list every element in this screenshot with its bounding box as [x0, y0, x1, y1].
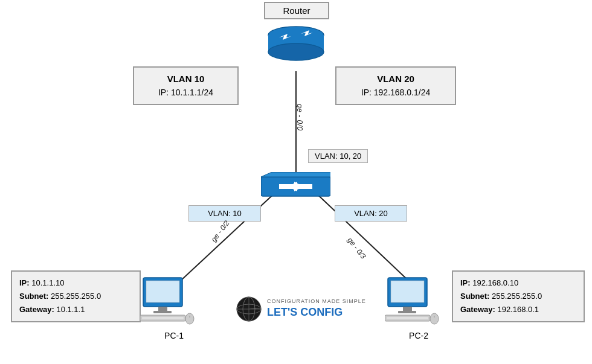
pc2-icon	[385, 276, 439, 327]
svg-rect-22	[398, 311, 416, 313]
pc2-gateway: Gateway: 192.168.0.1	[460, 303, 576, 316]
diagram-container: Router VLAN 10 IP: 10.1.1.1/24 VLAN 20 I…	[0, 0, 592, 364]
ge03-label: ge - 0/3	[346, 236, 367, 261]
logo-text: CONFIGURATION MADE SIMPLE LET'S CONFIG	[267, 298, 366, 319]
svg-point-25	[430, 313, 439, 324]
svg-rect-16	[142, 317, 184, 319]
pc2-label: PC-2	[394, 331, 443, 340]
router-icon	[266, 23, 326, 74]
ge02-label: ge - 0/2	[209, 219, 231, 244]
pc2-ip: IP: 192.168.0.10	[460, 276, 576, 290]
pc2-subnet: Subnet: 255.255.255.0	[460, 290, 576, 303]
pc1-label: PC-1	[150, 331, 198, 340]
svg-rect-14	[153, 311, 172, 313]
switch-icon	[261, 172, 330, 208]
router-label-text: Router	[283, 5, 310, 16]
svg-rect-20	[391, 281, 424, 302]
vlan20-title: VLAN 20	[345, 72, 446, 86]
pc2-info-box: IP: 192.168.0.10 Subnet: 255.255.255.0 G…	[452, 270, 585, 322]
logo-icon	[236, 296, 262, 322]
vlan20-port-label: VLAN: 20	[335, 205, 407, 222]
pc1-ip: IP: 10.1.1.10	[19, 276, 132, 290]
pc1-icon	[140, 276, 195, 327]
pc1-gateway: Gateway: 10.1.1.1	[19, 303, 132, 316]
pc1-info-box: IP: 10.1.1.10 Subnet: 255.255.255.0 Gate…	[11, 270, 141, 322]
router-label: Router	[264, 2, 329, 19]
pc1-subnet: Subnet: 255.255.255.0	[19, 290, 132, 303]
svg-marker-7	[261, 172, 330, 177]
vlan20-ip: IP: 192.168.0.1/24	[345, 86, 446, 99]
svg-point-17	[185, 313, 194, 324]
logo-area: CONFIGURATION MADE SIMPLE LET'S CONFIG	[236, 296, 366, 322]
svg-rect-21	[403, 307, 412, 311]
svg-point-5	[268, 43, 324, 60]
vlan-trunk-label: VLAN: 10, 20	[308, 149, 368, 163]
vlan20-box: VLAN 20 IP: 192.168.0.1/24	[335, 66, 456, 105]
vlan10-box: VLAN 10 IP: 10.1.1.1/24	[133, 66, 239, 105]
svg-rect-13	[158, 307, 167, 311]
vlan10-title: VLAN 10	[143, 72, 229, 86]
vlan10-ip: IP: 10.1.1.1/24	[143, 86, 229, 99]
ge010-label: ge - 0/0	[295, 104, 304, 131]
svg-rect-24	[387, 317, 428, 319]
svg-rect-12	[146, 281, 179, 302]
